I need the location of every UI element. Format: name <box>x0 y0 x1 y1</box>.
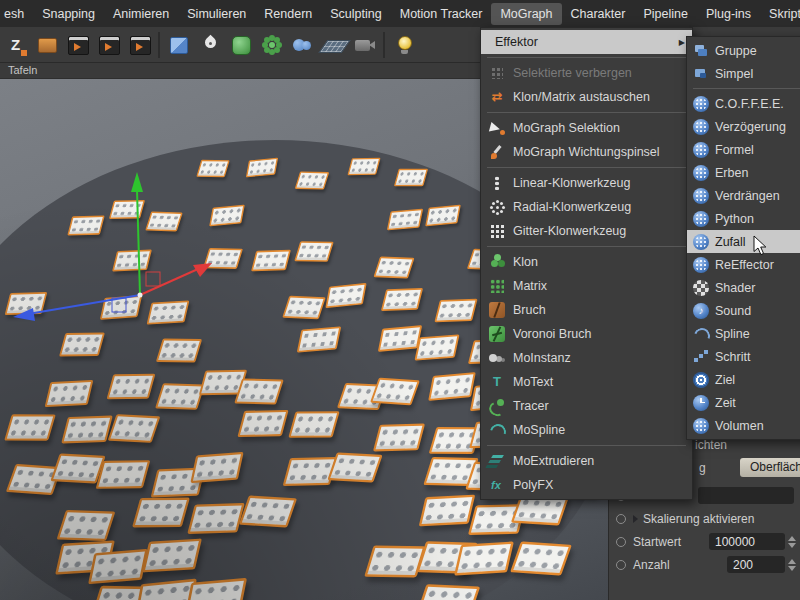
keyframe-dot-icon[interactable] <box>616 537 626 547</box>
mouse-cursor <box>753 235 768 257</box>
mograph-menu-item-gitter-klonwerkzeug[interactable]: Gitter-Klonwerkzeug <box>481 219 692 243</box>
effektor-submenu-item-spline[interactable]: Spline <box>687 322 800 345</box>
toolbar-button-camera[interactable] <box>349 28 380 61</box>
y-axis-arrow[interactable] <box>137 190 140 295</box>
push-apart-effector-icon <box>693 188 709 204</box>
expand-arrow-icon[interactable] <box>633 515 638 523</box>
polyfx-icon <box>489 477 505 493</box>
menu-esh[interactable]: esh <box>0 3 33 25</box>
mograph-menu-item-mograph-selektion[interactable]: MoGraph Selektion <box>481 116 692 140</box>
stepper-icon[interactable] <box>788 536 796 548</box>
mograph-menu-item-mospline[interactable]: MoSpline <box>481 418 692 442</box>
toolbar-button-cube-primitive[interactable] <box>163 28 194 61</box>
effektor-submenu-item-shader[interactable]: Shader <box>687 276 800 299</box>
subdivision-surface-icon <box>229 33 253 57</box>
effektor-submenu-item-verdr-ngen[interactable]: Verdrängen <box>687 184 800 207</box>
mograph-menu-item-motext[interactable]: MoText <box>481 370 692 394</box>
z-axis-arrow[interactable] <box>28 295 140 314</box>
stepper-icon[interactable] <box>788 559 796 571</box>
menu-motion-tracker[interactable]: Motion Tracker <box>391 3 492 25</box>
gizmo-origin[interactable] <box>138 293 143 298</box>
effektor-submenu-item-verz-gerung[interactable]: Verzögerung <box>687 115 800 138</box>
effektor-submenu-item-zufall[interactable]: Zufall <box>687 230 800 253</box>
toolbar-button-subdivision-surface[interactable] <box>225 28 256 61</box>
effektor-submenu-item-c-o-f-f-e-e[interactable]: C.O.F.F.E.E. <box>687 92 800 115</box>
toolbar-button-metaball[interactable] <box>287 28 318 61</box>
menu-charakter[interactable]: Charakter <box>562 3 635 25</box>
toolbar-button-array-flower[interactable] <box>256 28 287 61</box>
effektor-submenu-item-erben[interactable]: Erben <box>687 161 800 184</box>
effektor-submenu-item-reeffector[interactable]: ReEffector <box>687 253 800 276</box>
z-axis-arrowhead[interactable] <box>13 308 35 321</box>
toolbar-button-pen-spline[interactable] <box>194 28 225 61</box>
effektor-submenu: GruppeSimpelC.O.F.F.E.E.VerzögerungForme… <box>686 36 800 440</box>
effektor-submenu-item-schritt[interactable]: Schritt <box>687 345 800 368</box>
menu-item-label: MoGraph Selektion <box>513 121 620 135</box>
toolbar-button-render-view[interactable] <box>62 28 93 61</box>
spline-effector-icon <box>693 326 709 342</box>
reeffector-icon <box>693 257 709 273</box>
effektor-submenu-item-ziel[interactable]: Ziel <box>687 368 800 391</box>
toolbar-button-light[interactable] <box>388 28 419 61</box>
menu-item-label: Gitter-Klonwerkzeug <box>513 224 626 238</box>
mograph-menu-item-effektor[interactable]: Effektor▶ <box>481 30 692 54</box>
skalierung-label: Skalierung aktivieren <box>643 512 796 526</box>
toolbar-button-floor-plane[interactable] <box>318 28 349 61</box>
keyframe-dot-icon[interactable] <box>616 560 626 570</box>
effektor-submenu-item-volumen[interactable]: Volumen <box>687 414 800 437</box>
menu-animieren[interactable]: Animieren <box>104 3 178 25</box>
anzahl-label: Anzahl <box>633 558 727 572</box>
mograph-menu-item-klon-matrix-austauschen[interactable]: Klon/Matrix austauschen <box>481 85 692 109</box>
mograph-menu-item-tracer[interactable]: Tracer <box>481 394 692 418</box>
xy-plane-handle[interactable] <box>146 272 160 286</box>
toolbar-button-orange-box[interactable] <box>31 28 62 61</box>
delay-effector-icon <box>693 119 709 135</box>
mograph-menu-item-klon[interactable]: Klon <box>481 250 692 274</box>
startwert-field[interactable]: 100000 <box>709 533 785 550</box>
toolbar-button-render-settings[interactable] <box>124 28 155 61</box>
weight-brush-icon <box>489 144 505 160</box>
mograph-menu-item-selektierte-verbergen[interactable]: Selektierte verbergen <box>481 61 692 85</box>
effektor-submenu-item-formel[interactable]: Formel <box>687 138 800 161</box>
mograph-menu-item-linear-klonwerkzeug[interactable]: Linear-Klonwerkzeug <box>481 171 692 195</box>
keyframe-dot-icon[interactable] <box>616 514 626 524</box>
menu-rendern[interactable]: Rendern <box>255 3 321 25</box>
selektion-field[interactable] <box>698 487 794 504</box>
mograph-menu-item-radial-klonwerkzeug[interactable]: Radial-Klonwerkzeug <box>481 195 692 219</box>
anzahl-field[interactable]: 200 <box>727 556 785 573</box>
x-axis-arrow[interactable] <box>140 269 198 295</box>
mograph-menu-item-mograph-wichtungspinsel[interactable]: MoGraph Wichtungspinsel <box>481 140 692 164</box>
menu-snapping[interactable]: Snapping <box>33 3 104 25</box>
toolbar-button-render-picture-viewer[interactable] <box>93 28 124 61</box>
y-axis-arrowhead[interactable] <box>131 172 143 192</box>
mograph-menu-item-bruch[interactable]: Bruch <box>481 298 692 322</box>
instance-spheres-icon <box>489 350 505 366</box>
mograph-menu-item-moextrudieren[interactable]: MoExtrudieren <box>481 449 692 473</box>
effektor-submenu-item-sound[interactable]: Sound <box>687 299 800 322</box>
menu-pipeline[interactable]: Pipeline <box>634 3 696 25</box>
menu-item-label: Erben <box>715 166 748 180</box>
menu-item-label: Verzögerung <box>715 120 786 134</box>
effektor-submenu-item-simpel[interactable]: Simpel <box>687 62 800 85</box>
effektor-submenu-item-python[interactable]: Python <box>687 207 800 230</box>
menu-skript[interactable]: Skript <box>760 3 800 25</box>
menu-sculpting[interactable]: Sculpting <box>321 3 390 25</box>
effektor-submenu-item-gruppe[interactable]: Gruppe <box>687 39 800 62</box>
swap-arrows-icon <box>489 89 505 105</box>
mograph-menu-item-moinstanz[interactable]: MoInstanz <box>481 346 692 370</box>
tracer-trail-icon <box>489 398 505 414</box>
menu-simulieren[interactable]: Simulieren <box>178 3 255 25</box>
mograph-menu-item-polyfx[interactable]: PolyFX <box>481 473 692 497</box>
mograph-menu-item-voronoi-bruch[interactable]: Voronoi Bruch <box>481 322 692 346</box>
menu-mograph[interactable]: MoGraph <box>491 3 561 25</box>
sound-effector-icon <box>693 303 709 319</box>
mograph-menu-item-matrix[interactable]: Matrix <box>481 274 692 298</box>
menu-plug-ins[interactable]: Plug-ins <box>697 3 760 25</box>
menu-item-label: C.O.F.F.E.E. <box>715 97 784 111</box>
fracture-icon <box>489 302 505 318</box>
oberflaeche-button[interactable]: Oberfläch <box>740 458 800 477</box>
toolbar-button-z-gizmo[interactable]: Z <box>0 28 31 61</box>
tafeln-menu[interactable]: Tafeln <box>8 64 37 76</box>
menu-item-label: Schritt <box>715 350 750 364</box>
effektor-submenu-item-zeit[interactable]: Zeit <box>687 391 800 414</box>
